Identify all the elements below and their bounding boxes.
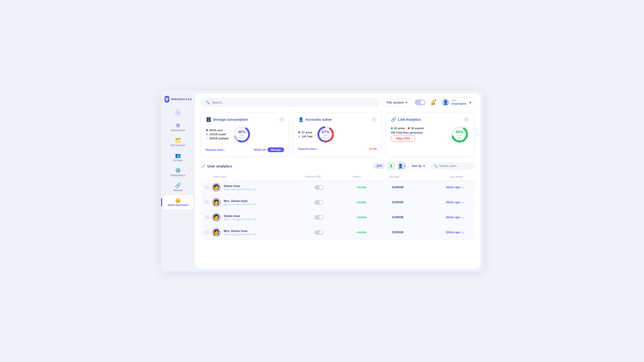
users-search-input[interactable] [439,164,471,168]
sidebar-item-label: File System [170,144,185,147]
storage-gauge: 46% used space [232,125,252,144]
user-menu-button[interactable]: 👤 Hello Username ▾ [440,97,474,107]
row-details-button[interactable]: › [462,185,464,189]
user-rows: 🧑 Demo User demo.user@prudentbit.com • A… [201,180,474,240]
groups-icon: 👥 [175,153,181,158]
download-button[interactable]: ⬇ [387,162,396,170]
2fa-toggle[interactable] [314,230,323,235]
sidebar-item-label: Dashboard [171,129,185,132]
accounts-card: 👤 Accounts active ℹ 87 active 100 Total [293,112,382,157]
sidebar-item-shared[interactable]: 🔗 Shared [163,180,193,194]
row-details-button[interactable]: › [462,215,464,219]
app-name: IMMUNEFILES [171,98,192,101]
2fa-badge[interactable]: 2FA [374,163,385,169]
table-row: 🧑 Demo User demo.user@prudentbit.com • A… [201,180,474,194]
filesystem-button[interactable]: File system ▾ [382,98,412,106]
row-details-button[interactable]: › [462,200,464,204]
link-analytics-card: 🔗 Link Analytics ℹ 60 active 30 expired … [386,112,474,157]
2fa-toggle[interactable] [314,185,323,190]
sidebar-item-label: Integrations [170,174,186,177]
main-content: 🔍 File system ▾ 🔔 👤 Hello Username ▾ [195,93,480,269]
avatar: 🧑 [212,213,221,222]
storage-request-more[interactable]: Request more › [206,148,225,151]
accounts-request-more[interactable]: Request more › [298,147,318,150]
storage-card: 🗄️ Storage consumption ℹ 58GB used 150GB… [201,112,290,157]
sidebar-nav: ⊞ Dashboard 🗂️ File System 👥 Groups ⚙️ I… [161,120,195,266]
search-bar[interactable]: 🔍 [201,98,379,107]
2fa-toggle[interactable] [314,200,323,205]
app-logo: 🛡️ IMMUNEFILES [161,96,195,109]
sort-by-button[interactable]: Sort by ▾ [408,163,428,169]
chevron-down-icon: ▾ [469,100,471,105]
storage-info-icon[interactable]: ℹ [279,117,284,122]
analytics-header: 📈 User analytics 2FA ⬇ 👤+ Sort by ▾ 🔍 [201,162,474,170]
row-checkbox[interactable] [204,185,209,189]
add-user-button[interactable]: 👤+ [397,162,406,170]
avatar: 👤 [442,99,449,106]
link-analytics-gauge: 60% Active links [450,125,469,144]
chevron-down-icon: ▾ [406,101,407,104]
theme-toggle[interactable] [415,99,426,105]
storage-card-icon: 🗄️ [206,117,211,122]
link-analytics-info-icon[interactable]: ℹ [464,117,469,122]
row-checkbox[interactable] [204,230,209,234]
apply-sos-button[interactable]: Appy SOS [391,135,415,142]
search-input[interactable] [212,101,374,104]
table-row: 👩 Mrs. Demo User demo.user@prudentbit.co… [201,195,474,209]
search-icon: 🔍 [206,100,210,105]
chevron-down-icon: ▾ [423,164,425,168]
link-analytics-icon: 🔗 [391,117,396,122]
shared-icon: 🔗 [175,183,181,188]
sidebar-item-filesystem[interactable]: 🗂️ File System [163,135,193,150]
accounts-gauge: 87% used accounts [316,125,335,144]
avatar: 👩 [212,228,221,237]
admin-icon: 👑 [175,198,181,203]
sidebar-item-label: Admin Dashboard [168,204,188,206]
sidebar-item-label: Groups [173,159,183,162]
sidebar-item-integrations[interactable]: ⚙️ Integrations [163,165,193,180]
search-users-icon: 🔍 [434,164,438,168]
topbar: 🔍 File system ▾ 🔔 👤 Hello Username ▾ [195,93,480,110]
table-row: 🧑 Demo User demo.user@prudentbit.com • A… [201,210,474,224]
manage-button[interactable]: Manage [268,147,284,152]
row-checkbox[interactable] [204,200,209,204]
toggle-knob [420,100,425,105]
table-row: 👩 Mrs. Demo User demo.user@prudentbit.co… [201,225,474,240]
sidebar-item-dashboard[interactable]: ⊞ Dashboard [163,120,193,135]
cards-row: 🗄️ Storage consumption ℹ 58GB used 150GB… [195,110,480,159]
accounts-info-icon[interactable]: ℹ [372,117,377,122]
sidebar-item-admin[interactable]: 👑 Admin Dashboard [163,195,193,209]
integrations-icon: ⚙️ [175,168,181,173]
analytics-icon: 📈 [201,164,206,168]
filesystem-icon: 🗂️ [175,138,181,143]
logo-icon: 🛡️ [164,96,169,103]
accounts-card-icon: 👤 [298,117,304,122]
analytics-section: 📈 User analytics 2FA ⬇ 👤+ Sort by ▾ 🔍 [195,159,480,269]
notification-button[interactable]: 🔔 [428,98,438,107]
dashboard-icon: ⊞ [176,123,180,128]
sidebar: 🛡️ IMMUNEFILES ‹ ⊞ Dashboard 🗂️ File Sys… [161,90,195,272]
users-search-bar[interactable]: 🔍 [430,163,474,170]
row-details-button[interactable]: › [462,230,464,234]
avatar: 👩 [212,198,221,207]
row-checkbox[interactable] [204,215,209,219]
avatar: 🧑 [212,183,221,192]
sidebar-item-label: Shared [174,189,182,192]
2fa-toggle[interactable] [314,215,323,220]
notification-badge [434,99,436,101]
sidebar-item-groups[interactable]: 👥 Groups [163,150,193,165]
table-header: Users info. Enforce 2FA Status Storage L… [201,174,474,180]
collapse-sidebar-button[interactable]: ‹ [175,109,182,116]
